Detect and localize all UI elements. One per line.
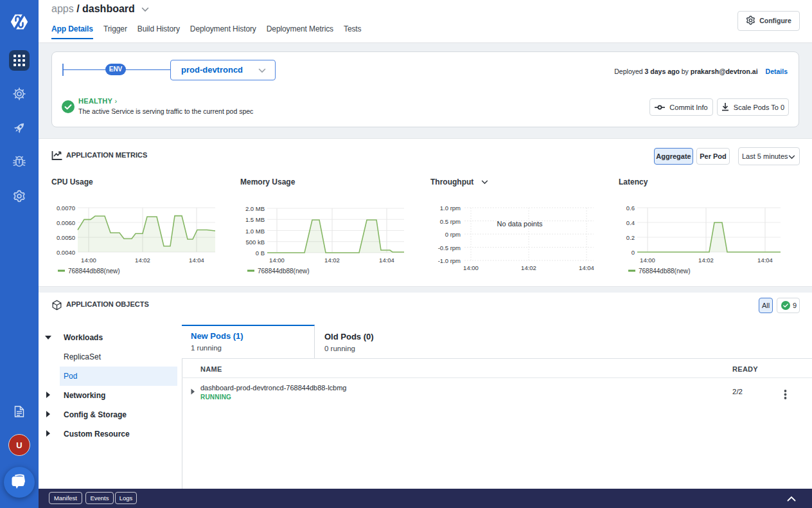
svg-text:No data points: No data points bbox=[497, 220, 543, 228]
svg-text:500 kB: 500 kB bbox=[245, 239, 265, 246]
svg-text:0.0050: 0.0050 bbox=[57, 234, 75, 241]
svg-text:0.5 rpm: 0.5 rpm bbox=[440, 218, 461, 225]
svg-text:14:00: 14:00 bbox=[269, 257, 285, 264]
svg-text:0.0040: 0.0040 bbox=[57, 249, 75, 256]
svg-text:1.0 rpm: 1.0 rpm bbox=[440, 204, 461, 212]
svg-text:14:02: 14:02 bbox=[698, 257, 714, 264]
svg-text:14:00: 14:00 bbox=[640, 257, 655, 264]
svg-text:0.6: 0.6 bbox=[626, 204, 635, 212]
svg-text:0: 0 bbox=[631, 249, 635, 256]
svg-text:0.0070: 0.0070 bbox=[57, 204, 75, 212]
svg-text:2.0 MB: 2.0 MB bbox=[245, 205, 265, 212]
svg-text:0 B: 0 B bbox=[256, 249, 265, 257]
svg-text:-1.0 rpm: -1.0 rpm bbox=[438, 257, 461, 264]
svg-text:768844db88(new): 768844db88(new) bbox=[258, 268, 310, 275]
svg-text:768844db88(new): 768844db88(new) bbox=[68, 268, 120, 275]
svg-text:0.0060: 0.0060 bbox=[57, 219, 75, 226]
svg-text:14:04: 14:04 bbox=[189, 257, 204, 264]
svg-text:14:02: 14:02 bbox=[521, 264, 536, 271]
svg-text:14:04: 14:04 bbox=[379, 257, 394, 264]
svg-text:0 rpm: 0 rpm bbox=[445, 231, 461, 238]
svg-text:14:04: 14:04 bbox=[579, 264, 594, 271]
svg-text:14:04: 14:04 bbox=[757, 257, 773, 264]
svg-text:0.2: 0.2 bbox=[626, 234, 635, 241]
svg-text:-0.5 rpm: -0.5 rpm bbox=[438, 244, 461, 251]
svg-text:14:00: 14:00 bbox=[463, 264, 479, 271]
svg-text:14:00: 14:00 bbox=[81, 257, 96, 264]
svg-text:14:02: 14:02 bbox=[324, 257, 340, 264]
svg-text:0.4: 0.4 bbox=[626, 219, 635, 226]
svg-text:768844db88(new): 768844db88(new) bbox=[639, 268, 691, 275]
svg-text:1.0 MB: 1.0 MB bbox=[245, 228, 265, 235]
svg-text:1.5 MB: 1.5 MB bbox=[245, 216, 265, 223]
svg-text:14:02: 14:02 bbox=[135, 257, 150, 264]
